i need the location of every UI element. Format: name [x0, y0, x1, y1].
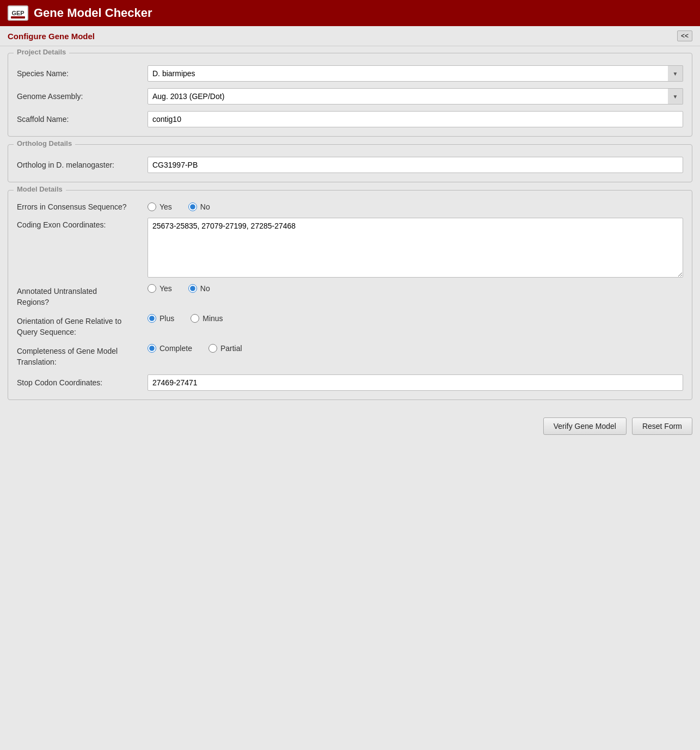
ortholog-label: Ortholog in D. melanogaster:	[17, 161, 142, 169]
errors-label: Errors in Consensus Sequence?	[17, 202, 142, 211]
species-select-wrapper: D. biarmipes ▼	[148, 65, 683, 82]
assembly-select-wrapper: Aug. 2013 (GEP/Dot) ▼	[148, 88, 683, 104]
orientation-row: Orientation of Gene Relative to Query Se…	[17, 314, 683, 337]
errors-row: Errors in Consensus Sequence? Yes No	[17, 202, 683, 211]
utr-no-option[interactable]: No	[188, 284, 210, 293]
species-select[interactable]: D. biarmipes	[148, 65, 683, 82]
errors-no-radio[interactable]	[188, 202, 197, 211]
errors-radio-group: Yes No	[148, 202, 683, 211]
stop-codon-label: Stop Codon Coordinates:	[17, 378, 142, 387]
utr-row: Annotated Untranslated Regions? Yes No	[17, 284, 683, 308]
button-row: Verify Gene Model Reset Form	[0, 407, 700, 446]
scaffold-label: Scaffold Name:	[17, 115, 142, 124]
completeness-label: Completeness of Gene Model Translation:	[17, 344, 142, 367]
utr-radio-group: Yes No	[148, 284, 683, 293]
errors-no-option[interactable]: No	[188, 202, 210, 211]
configure-bar: Configure Gene Model <<	[0, 26, 700, 46]
orientation-label: Orientation of Gene Relative to Query Se…	[17, 314, 142, 337]
completeness-complete-label: Complete	[159, 344, 192, 353]
project-details-legend: Project Details	[14, 48, 69, 56]
coding-exon-label: Coding Exon Coordinates:	[17, 218, 142, 231]
species-row: Species Name: D. biarmipes ▼	[17, 65, 683, 82]
utr-yes-radio[interactable]	[148, 284, 156, 293]
completeness-partial-radio[interactable]	[208, 344, 217, 353]
orientation-plus-radio[interactable]	[148, 314, 156, 323]
scaffold-row: Scaffold Name:	[17, 111, 683, 127]
coding-exon-row: Coding Exon Coordinates: 25673-25835, 27…	[17, 218, 683, 278]
reset-form-button[interactable]: Reset Form	[632, 417, 692, 435]
orientation-minus-radio[interactable]	[191, 314, 199, 323]
orientation-radio-group: Plus Minus	[148, 314, 683, 323]
assembly-row: Genome Assembly: Aug. 2013 (GEP/Dot) ▼	[17, 88, 683, 104]
ortholog-details-section: Ortholog Details Ortholog in D. melanoga…	[8, 144, 692, 182]
gep-logo: GEP	[8, 5, 28, 21]
ortholog-row: Ortholog in D. melanogaster:	[17, 157, 683, 173]
errors-yes-option[interactable]: Yes	[148, 202, 172, 211]
utr-label: Annotated Untranslated Regions?	[17, 284, 142, 308]
orientation-plus-label: Plus	[159, 314, 174, 323]
configure-title: Configure Gene Model	[8, 32, 95, 41]
assembly-label: Genome Assembly:	[17, 92, 142, 101]
stop-codon-input[interactable]	[148, 374, 683, 391]
orientation-minus-label: Minus	[202, 314, 223, 323]
errors-yes-radio[interactable]	[148, 202, 156, 211]
completeness-complete-radio[interactable]	[148, 344, 156, 353]
stop-codon-row: Stop Codon Coordinates:	[17, 374, 683, 391]
completeness-row: Completeness of Gene Model Translation: …	[17, 344, 683, 367]
form-container: Project Details Species Name: D. biarmip…	[0, 46, 700, 407]
ortholog-input[interactable]	[148, 157, 683, 173]
orientation-minus-option[interactable]: Minus	[191, 314, 223, 323]
assembly-select[interactable]: Aug. 2013 (GEP/Dot)	[148, 88, 683, 104]
coding-exon-textarea[interactable]: 25673-25835, 27079-27199, 27285-27468	[148, 218, 683, 278]
scaffold-input[interactable]	[148, 111, 683, 127]
model-details-legend: Model Details	[14, 185, 66, 193]
ortholog-details-legend: Ortholog Details	[14, 139, 75, 147]
completeness-complete-option[interactable]: Complete	[148, 344, 192, 353]
project-details-section: Project Details Species Name: D. biarmip…	[8, 53, 692, 137]
collapse-button[interactable]: <<	[677, 30, 692, 41]
utr-no-label: No	[200, 284, 210, 293]
errors-yes-label: Yes	[159, 202, 172, 211]
utr-yes-label: Yes	[159, 284, 172, 293]
verify-gene-model-button[interactable]: Verify Gene Model	[543, 417, 627, 435]
app-header: GEP Gene Model Checker	[0, 0, 700, 26]
completeness-partial-label: Partial	[220, 344, 242, 353]
errors-no-label: No	[200, 202, 210, 211]
completeness-partial-option[interactable]: Partial	[208, 344, 242, 353]
completeness-radio-group: Complete Partial	[148, 344, 683, 353]
orientation-plus-option[interactable]: Plus	[148, 314, 174, 323]
species-label: Species Name:	[17, 69, 142, 78]
main-content: Configure Gene Model << Project Details …	[0, 26, 700, 750]
model-details-section: Model Details Errors in Consensus Sequen…	[8, 190, 692, 400]
app-title: Gene Model Checker	[34, 6, 152, 20]
utr-no-radio[interactable]	[188, 284, 197, 293]
utr-yes-option[interactable]: Yes	[148, 284, 172, 293]
